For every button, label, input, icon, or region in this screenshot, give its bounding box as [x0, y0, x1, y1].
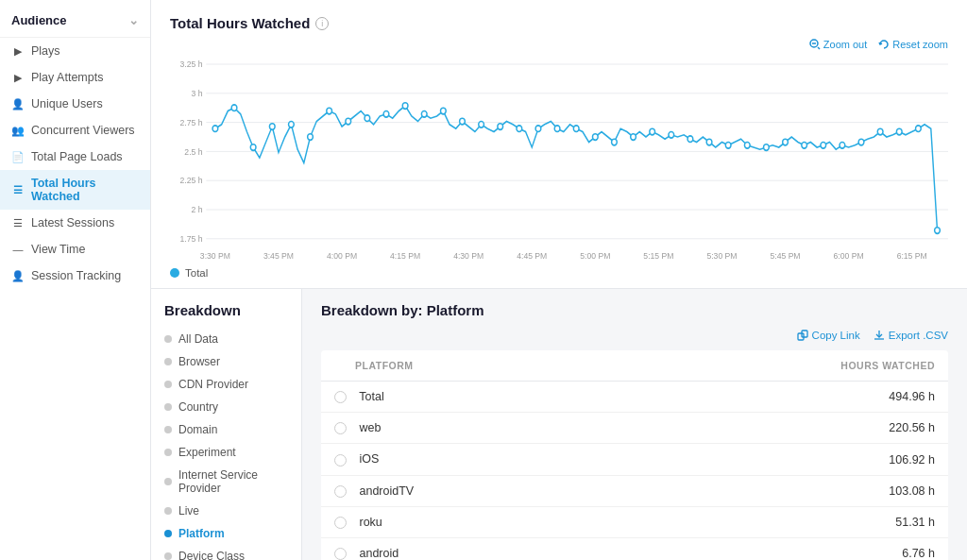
platform-name: android — [359, 547, 399, 560]
hours-cell: 51.31 h — [615, 506, 948, 537]
sidebar-item-latest-sessions[interactable]: ☰ Latest Sessions — [0, 210, 150, 236]
sidebar-item-total-hours-watched[interactable]: ☰ Total Hours Watched — [0, 170, 150, 210]
sidebar-item-concurrent-viewers[interactable]: 👥 Concurrent Viewers — [0, 117, 150, 144]
svg-text:5:00 PM: 5:00 PM — [580, 250, 610, 261]
svg-text:5:45 PM: 5:45 PM — [771, 250, 801, 261]
table-row: Total 494.96 h — [321, 382, 948, 413]
breakdown-dot — [164, 552, 172, 560]
sidebar-item-unique-users[interactable]: 👤 Unique Users — [0, 91, 150, 117]
svg-point-45 — [517, 126, 522, 132]
bottom-section: Breakdown All Data Browser CDN Provider … — [151, 289, 967, 560]
row-radio[interactable] — [334, 517, 347, 529]
chart-controls: Zoom out Reset zoom — [170, 39, 948, 50]
breakdown-item-device-class[interactable]: Device Class — [151, 545, 301, 560]
breakdown-dot — [164, 335, 172, 343]
sidebar-item-label: Play Attempts — [31, 71, 103, 84]
reset-zoom-button[interactable]: Reset zoom — [878, 39, 948, 50]
breakdown-item-label: Browser — [178, 355, 220, 368]
line-chart: 3.25 h 3 h 2.75 h 2.5 h 2.25 h 2 h 1.75 … — [170, 54, 948, 262]
svg-text:6:15 PM: 6:15 PM — [897, 250, 927, 261]
platform-name: androidTV — [359, 484, 414, 498]
svg-point-39 — [402, 103, 408, 110]
svg-point-29 — [212, 126, 218, 132]
breakdown-item-cdn-provider[interactable]: CDN Provider — [151, 373, 301, 396]
svg-text:5:30 PM: 5:30 PM — [706, 250, 737, 261]
sidebar-item-view-time[interactable]: — View Time — [0, 236, 150, 263]
sidebar-collapse-icon[interactable]: ⌄ — [128, 13, 139, 27]
svg-point-64 — [877, 128, 883, 135]
svg-point-54 — [687, 136, 693, 143]
sidebar-item-total-page-loads[interactable]: 📄 Total Page Loads — [0, 144, 150, 170]
chart-title: Total Hours Watched — [170, 15, 310, 31]
svg-point-63 — [858, 139, 864, 145]
row-radio[interactable] — [334, 422, 347, 434]
hours-cell: 106.92 h — [615, 444, 948, 475]
svg-point-67 — [935, 228, 941, 234]
breakdown-item-label: CDN Provider — [178, 378, 248, 391]
svg-point-55 — [706, 139, 712, 145]
table-row: roku 51.31 h — [321, 506, 948, 537]
breakdown-dot — [164, 449, 172, 456]
svg-point-30 — [231, 105, 237, 111]
breakdown-item-live[interactable]: Live — [151, 500, 301, 522]
copy-link-button[interactable]: Copy Link — [797, 330, 860, 341]
svg-point-46 — [535, 126, 541, 132]
breakdown-item-label: Experiment — [178, 446, 236, 459]
row-radio[interactable] — [334, 485, 347, 498]
breakdown-item-label: Country — [178, 400, 218, 414]
sidebar-item-label: Total Page Loads — [31, 150, 123, 163]
breakdown-list: All Data Browser CDN Provider Country Do… — [151, 328, 301, 560]
page-loads-icon: 📄 — [11, 150, 25, 163]
breakdown-item-browser[interactable]: Browser — [151, 350, 301, 373]
chart-svg: 3.25 h 3 h 2.75 h 2.5 h 2.25 h 2 h 1.75 … — [170, 54, 948, 262]
view-time-icon: — — [11, 243, 25, 256]
breakdown-item-all-data[interactable]: All Data — [151, 328, 301, 350]
svg-line-1 — [818, 47, 820, 49]
row-radio[interactable] — [334, 391, 347, 403]
breakdown-item-label: Platform — [178, 527, 225, 540]
platform-cell: androidTV — [321, 475, 615, 506]
plays-icon: ▶ — [11, 44, 25, 58]
svg-text:2.5 h: 2.5 h — [184, 146, 202, 157]
svg-point-65 — [896, 128, 902, 135]
svg-point-37 — [365, 115, 370, 122]
breakdown-item-domain[interactable]: Domain — [151, 418, 301, 441]
sidebar-item-label: Unique Users — [31, 97, 103, 110]
chart-info-icon[interactable]: i — [315, 17, 329, 30]
svg-point-56 — [725, 143, 731, 149]
sidebar-header: Audience ⌄ — [0, 0, 150, 38]
svg-point-53 — [669, 132, 674, 139]
svg-point-42 — [460, 118, 466, 125]
row-radio[interactable] — [334, 454, 347, 467]
breakdown-item-experiment[interactable]: Experiment — [151, 441, 301, 464]
legend-label: Total — [185, 267, 208, 279]
platform-name: web — [359, 421, 381, 434]
sidebar-item-label: Total Hours Watched — [31, 177, 139, 203]
breakdown-dot — [164, 426, 172, 433]
breakdown-dot — [164, 530, 172, 537]
svg-point-60 — [802, 143, 807, 149]
table-body: Total 494.96 h web 220.56 h iOS 106.92 h… — [321, 382, 948, 561]
row-radio[interactable] — [334, 548, 347, 560]
breakdown-item-country[interactable]: Country — [151, 396, 301, 418]
sidebar-item-label: Plays — [31, 44, 60, 58]
sidebar-item-label: Latest Sessions — [31, 216, 114, 229]
svg-text:1.75 h: 1.75 h — [180, 234, 203, 245]
svg-point-43 — [479, 122, 484, 128]
breakdown-item-internet-service-provider[interactable]: Internet Service Provider — [151, 464, 301, 500]
svg-point-59 — [783, 139, 789, 145]
play-attempts-icon: ▶ — [11, 71, 25, 84]
svg-point-32 — [269, 124, 275, 130]
export-csv-button[interactable]: Export .CSV — [874, 330, 948, 341]
zoom-out-button[interactable]: Zoom out — [809, 39, 867, 50]
sidebar-item-session-tracking[interactable]: 👤 Session Tracking — [0, 263, 150, 289]
breakdown-item-platform[interactable]: Platform — [151, 522, 301, 545]
svg-point-66 — [916, 126, 922, 132]
sidebar-nav: ▶ Plays ▶ Play Attempts 👤 Unique Users 👥… — [0, 38, 150, 289]
sidebar-item-play-attempts[interactable]: ▶ Play Attempts — [0, 64, 150, 91]
svg-point-33 — [289, 122, 295, 128]
svg-text:4:00 PM: 4:00 PM — [327, 250, 357, 261]
hours-cell: 6.76 h — [615, 538, 948, 560]
sidebar-item-plays[interactable]: ▶ Plays — [0, 38, 150, 64]
sessions-icon: ☰ — [11, 216, 25, 229]
